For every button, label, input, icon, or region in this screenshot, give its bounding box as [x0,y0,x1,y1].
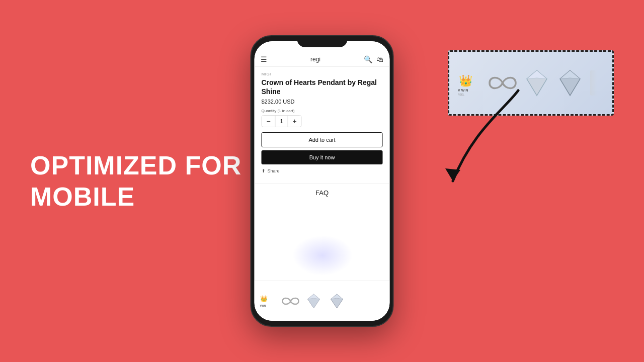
nav-icons-group: 🔍 🛍 [364,55,383,63]
add-to-cart-button[interactable]: Add to cart [262,132,383,147]
share-row: ⬆ Share [262,168,383,173]
phone-screen: ☰ regi 🔍 🛍 MIGI Crown of Hearts Pendant … [255,41,390,321]
trust-infinity-icon [282,292,300,310]
svg-marker-12 [560,70,580,79]
svg-text:👑: 👑 [459,74,473,87]
zoom-diamond1-svg [524,69,550,97]
svg-marker-10 [527,70,547,79]
quantity-increase-button[interactable]: + [288,116,301,127]
zoom-diamond1-item [524,69,550,97]
main-headline: OPTIMIZED FOR MOBILE [30,150,242,213]
phone-mockup: ☰ regi 🔍 🛍 MIGI Crown of Hearts Pendant … [251,35,394,327]
trust-bar: 👑 VWN [255,281,390,321]
diamond1-svg [306,293,322,309]
share-label[interactable]: Share [268,168,280,173]
quantity-decrease-button[interactable]: − [262,116,275,127]
zoom-brand-item: 👑 VWN REEL [456,70,481,96]
diamond2-svg [329,293,345,309]
infinity-svg [282,295,300,307]
store-name: regi [310,56,320,63]
glow-decoration [292,235,352,276]
menu-icon[interactable]: ☰ [261,55,267,63]
zoom-diamond2-svg [557,69,583,97]
screen-content: ☰ regi 🔍 🛍 MIGI Crown of Hearts Pendant … [255,41,390,321]
quantity-label: Quantity (1 in cart) [262,109,383,113]
trust-diamond1-icon [305,292,323,310]
svg-text:👑: 👑 [260,295,268,302]
phone-notch [297,36,347,47]
search-icon[interactable]: 🔍 [364,55,372,63]
zoom-infinity-svg [489,73,517,93]
svg-text:VWN: VWN [260,304,266,307]
zoom-diamond2-item [557,69,583,97]
zoom-infinity-item [489,73,517,93]
product-price: $232.00 USD [262,99,383,105]
share-icon: ⬆ [262,168,266,173]
product-details: MIGI Crown of Hearts Pendant by Regal Sh… [255,67,390,184]
phone-frame: ☰ regi 🔍 🛍 MIGI Crown of Hearts Pendant … [251,35,394,327]
product-title: Crown of Hearts Pendant by Regal Shine [262,78,383,96]
svg-text:VWN: VWN [458,88,469,92]
headline-line2: MOBILE [30,181,242,212]
trust-diamond2-icon [328,292,346,310]
quantity-value: 1 [275,116,288,127]
cart-icon[interactable]: 🛍 [376,55,383,63]
svg-text:REEL: REEL [458,93,464,96]
faq-title: FAQ [255,189,390,197]
headline-line1: OPTIMIZED FOR [30,150,242,181]
faq-section: FAQ [255,184,390,206]
trust-brand-icon: 👑 VWN [259,292,277,310]
product-brand: MIGI [262,72,383,76]
buy-now-button[interactable]: Buy it now [262,150,383,164]
zoom-box: 👑 VWN REEL [448,50,614,116]
zoom-partial-item [590,70,597,96]
zoom-brand-svg: 👑 VWN REEL [456,70,481,96]
quantity-control: − 1 + [262,115,302,127]
brand-crown-svg: 👑 VWN [259,293,276,310]
svg-marker-13 [445,168,460,181]
